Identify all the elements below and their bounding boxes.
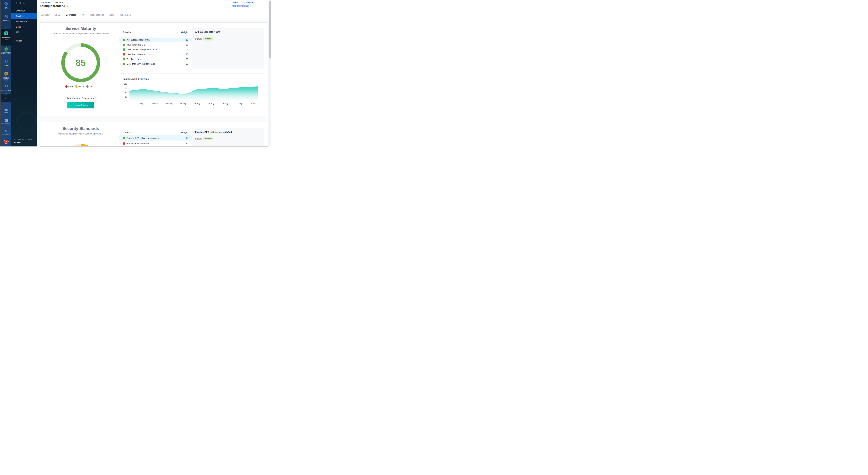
tab-bar: OverviewCI/CDScorecardAPIDependenciesDoc… xyxy=(37,10,272,20)
status-icon: ✓ xyxy=(123,63,125,65)
sidebar-item-apis[interactable]: APIs xyxy=(11,30,37,35)
rerun-checks-button[interactable]: Rerun Checks xyxy=(67,102,94,108)
checks-column-header: Checks xyxy=(123,31,131,33)
svg-text:31 Aug: 31 Aug xyxy=(237,102,242,105)
rail-item-developer-portal-line2[interactable]: Portal xyxy=(1,39,11,41)
tab-overview[interactable]: Overview xyxy=(40,10,50,20)
table-row[interactable]: ✕ Less than 1% error in prod 15 xyxy=(119,52,192,57)
check-name: Java version is LTS xyxy=(127,43,145,46)
svg-text:50: 50 xyxy=(125,92,127,94)
rail-item-developer-portal-line1[interactable]: Developer xyxy=(1,37,11,38)
legend-item: 0-49 xyxy=(65,85,73,88)
sidebar-nav: Search OverviewCatalogSelf serviceDocsAP… xyxy=(11,0,37,146)
cloud-costs-icon[interactable]: $ xyxy=(1,84,11,89)
sidebar-item-self-service[interactable]: Self service xyxy=(11,19,37,24)
rail-item-account-settings-line2[interactable]: SETTINGS xyxy=(1,134,11,136)
svg-text:?: ? xyxy=(5,109,6,111)
scorecard-subtitle: Measures development best practices agai… xyxy=(40,32,122,35)
svg-text:∞: ∞ xyxy=(5,48,7,50)
deployments-icon[interactable]: ∞ xyxy=(1,47,11,52)
table-row[interactable]: ✕ Branch protection is set 30 xyxy=(119,141,192,146)
sidebar-item-catalog[interactable]: Catalog xyxy=(11,13,37,19)
score-donut: 85 xyxy=(61,43,100,82)
status-label: Status: xyxy=(195,138,202,140)
rail-item-account-settings-line1[interactable]: ACCOUNT xyxy=(1,132,11,134)
rail-item-dashboards[interactable]: DASHBOARDS xyxy=(1,122,11,124)
status-icon: ✓ xyxy=(123,39,125,41)
developer-portal-icon[interactable] xyxy=(1,31,11,36)
check-weight: 15 xyxy=(186,53,188,56)
svg-text:28 Aug: 28 Aug xyxy=(194,102,200,105)
module-switcher-button[interactable] xyxy=(2,94,10,101)
rail-item-projects[interactable]: Projects xyxy=(1,20,11,21)
rail-item-builds[interactable]: Builds xyxy=(1,64,11,66)
footer-title: Portal xyxy=(14,141,37,144)
gear-icon[interactable]: ⚙ xyxy=(1,129,11,132)
svg-text:1 Sep: 1 Sep xyxy=(251,102,256,105)
table-row[interactable]: ✓ API success rate > 99% 10 xyxy=(119,37,192,42)
nav-decoration xyxy=(11,77,37,146)
rail-item-home[interactable]: Home xyxy=(1,7,11,9)
table-row[interactable]: ✓ More than 70% test coverage 20 xyxy=(119,61,192,66)
table-row[interactable]: ✓ Mean time to merge PR < 48 hr 5 xyxy=(119,47,192,52)
help-icon[interactable]: ? xyxy=(1,109,11,112)
harness-logo-icon[interactable] xyxy=(1,1,11,7)
legend-dot xyxy=(86,85,89,88)
last-updated-text: Last Updated: 2 weeks ago xyxy=(40,97,122,99)
status-icon: ✕ xyxy=(123,53,125,56)
page-scrollbar[interactable] xyxy=(269,0,271,146)
table-row[interactable]: ✓ TechDocs exists 30 xyxy=(119,57,192,62)
builds-icon[interactable] xyxy=(1,59,11,64)
score-value: 85 xyxy=(76,58,86,68)
status-badge: PASSED xyxy=(203,37,213,40)
grid-icon xyxy=(5,97,7,99)
lifecycle-label[interactable]: Lifecycle xyxy=(244,1,253,4)
scrollbar-thumb[interactable] xyxy=(269,1,271,58)
svg-text:29 Aug: 29 Aug xyxy=(208,102,214,105)
table-row[interactable]: ✓ Java version is LTS 20 xyxy=(119,42,192,47)
status-icon: ✓ xyxy=(123,137,125,139)
checks-column-header: Checks xyxy=(123,131,131,134)
svg-text:100: 100 xyxy=(124,83,127,85)
weight-column-header: Weight xyxy=(181,131,188,134)
entity-header: COMPONENT — SERVICE boutique-frontend ★ … xyxy=(37,0,272,10)
tab-scorecard[interactable]: Scorecard xyxy=(66,10,76,20)
sidebar-item-overview[interactable]: Overview xyxy=(11,8,37,13)
sidebar-item-admin[interactable]: Admin xyxy=(11,38,37,43)
tab-docs[interactable]: Docs xyxy=(110,10,114,20)
check-weight: 20 xyxy=(186,43,188,46)
table-row[interactable]: ✓ Pipeline OPA policies are satisfied 10 xyxy=(119,135,192,141)
tab-api[interactable]: API xyxy=(82,10,85,20)
rail-item-feature-flags[interactable]: Feature Flags xyxy=(1,77,11,81)
tab-kubernetes[interactable]: Kubernetes xyxy=(120,10,131,20)
svg-text:0: 0 xyxy=(126,100,127,102)
rail-item-help[interactable]: HELP xyxy=(1,112,11,114)
svg-text:26 Aug: 26 Aug xyxy=(166,102,172,105)
rail-item-deployments[interactable]: Deployments xyxy=(1,52,11,54)
favorite-star-icon[interactable]: ★ xyxy=(66,4,69,8)
feature-flags-icon[interactable] xyxy=(1,71,11,77)
lifecycle-value[interactable]: prod xyxy=(244,5,253,7)
weight-column-header: Weight xyxy=(181,31,188,33)
scorecard-service-maturity: Service Maturity Measures development be… xyxy=(40,22,268,116)
improvement-chart-card: Improvement Over Time 025507510024 Aug25… xyxy=(119,73,264,111)
check-weight: 10 xyxy=(186,137,188,139)
app-window: Home Projects Developer Portal xyxy=(0,0,272,146)
user-avatar[interactable]: HM xyxy=(4,140,8,144)
sidebar-item-docs[interactable]: Docs xyxy=(11,24,37,30)
check-weight: 30 xyxy=(186,142,188,145)
scorecard-title: Service Maturity xyxy=(40,26,122,31)
tab-ci-cd[interactable]: CI/CD xyxy=(55,10,61,20)
rail-item-cloud-costs[interactable]: Cloud Costs xyxy=(1,89,11,91)
breadcrumb: COMPONENT — SERVICE xyxy=(40,2,63,3)
svg-text:75: 75 xyxy=(125,87,127,89)
chevron-down-icon[interactable] xyxy=(5,93,7,94)
check-weight: 30 xyxy=(186,58,188,60)
tab-dependencies[interactable]: Dependencies xyxy=(90,10,104,20)
check-name: TechDocs exists xyxy=(127,58,142,60)
lifecycle-meta: Lifecycle prod xyxy=(244,1,253,7)
projects-icon[interactable] xyxy=(1,14,11,20)
module-rail: Home Projects Developer Portal xyxy=(1,0,11,146)
search-input[interactable]: Search xyxy=(11,1,37,5)
legend-item: 50-74 xyxy=(75,85,84,88)
